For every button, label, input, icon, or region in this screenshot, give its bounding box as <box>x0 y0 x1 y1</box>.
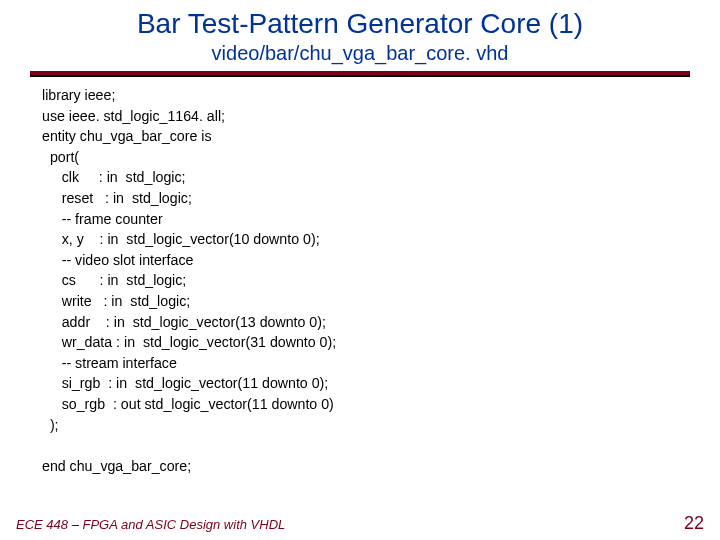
horizontal-rule <box>30 71 690 75</box>
slide: Bar Test-Pattern Generator Core (1) vide… <box>0 0 720 540</box>
page-number: 22 <box>684 513 704 534</box>
footer: ECE 448 – FPGA and ASIC Design with VHDL… <box>16 513 704 534</box>
footer-course: ECE 448 – FPGA and ASIC Design with VHDL <box>16 517 285 532</box>
slide-title: Bar Test-Pattern Generator Core (1) <box>0 0 720 40</box>
code-block: library ieee; use ieee. std_logic_1164. … <box>42 85 720 476</box>
slide-subtitle: video/bar/chu_vga_bar_core. vhd <box>0 42 720 65</box>
